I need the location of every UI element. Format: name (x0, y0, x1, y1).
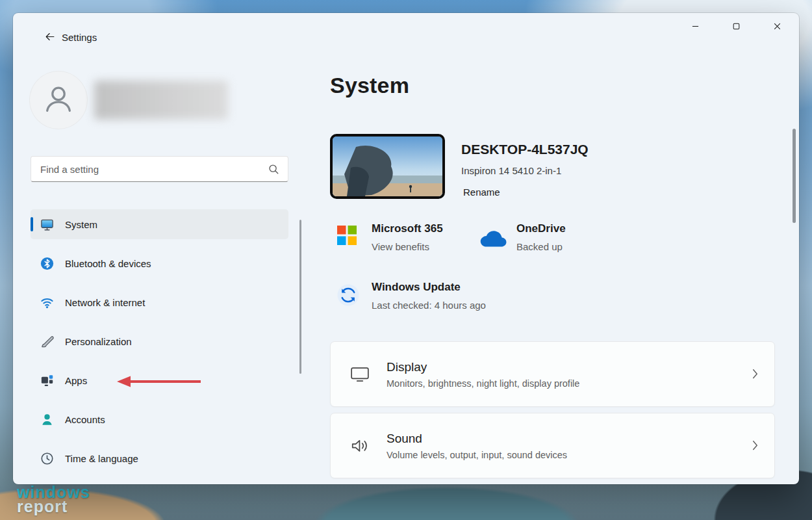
user-name-blurred (94, 81, 228, 120)
sidebar-item-label: Accounts (65, 414, 105, 425)
windows-update-subtitle: Last checked: 4 hours ago (372, 300, 486, 311)
chevron-right-icon (752, 368, 759, 380)
window-title: Settings (62, 32, 97, 43)
display-card[interactable]: Display Monitors, brightness, night ligh… (330, 341, 775, 407)
maximize-button[interactable] (716, 13, 757, 41)
microsoft-365-icon (336, 225, 357, 246)
card-title: Display (387, 360, 735, 374)
sound-card[interactable]: Sound Volume levels, output, input, soun… (330, 413, 775, 478)
sidebar-item-label: Apps (65, 375, 87, 386)
back-button[interactable] (39, 27, 60, 48)
onedrive-subtitle: Backed up (516, 241, 563, 252)
sidebar-scrollbar[interactable] (299, 220, 301, 374)
selected-indicator (31, 217, 33, 231)
page-title: System (330, 73, 409, 98)
sidebar-item-accounts[interactable]: Accounts (31, 404, 288, 434)
search-box (31, 156, 288, 182)
sidebar-item-label: Bluetooth & devices (65, 258, 151, 269)
windows-update-title[interactable]: Windows Update (372, 281, 461, 294)
back-arrow-icon (44, 31, 55, 44)
sidebar-item-label: Personalization (65, 336, 132, 347)
person-icon (42, 82, 75, 118)
display-icon (350, 366, 370, 383)
settings-window: Settings (13, 13, 799, 484)
card-subtitle: Monitors, brightness, night light, displ… (387, 378, 735, 389)
apps-icon (40, 373, 55, 388)
caption-controls (675, 13, 798, 41)
close-icon (774, 22, 781, 32)
search-input[interactable] (31, 157, 268, 181)
bluetooth-icon (40, 256, 55, 271)
microsoft-365-subtitle: View benefits (372, 241, 429, 252)
sidebar-item-label: Network & internet (65, 297, 145, 308)
windows-report-watermark: windows report (17, 485, 90, 514)
clock-icon (40, 451, 55, 466)
sidebar-nav: System Bluetooth & devices Network & int… (31, 209, 288, 473)
maximize-icon (733, 22, 740, 32)
microsoft-365-title[interactable]: Microsoft 365 (372, 222, 443, 235)
sidebar-item-label: System (65, 219, 97, 230)
onedrive-title[interactable]: OneDrive (516, 222, 566, 235)
minimize-button[interactable] (675, 13, 716, 41)
paintbrush-icon (40, 334, 55, 349)
main-scrollbar[interactable] (793, 129, 796, 223)
wifi-icon (40, 295, 55, 310)
sidebar-item-apps[interactable]: Apps (31, 365, 288, 395)
device-wallpaper-thumbnail (330, 134, 445, 199)
minimize-icon (692, 22, 699, 32)
sound-icon (350, 437, 370, 454)
sidebar-item-time-language[interactable]: Time & language (31, 443, 288, 473)
onedrive-icon (478, 229, 507, 247)
windows-update-icon (336, 283, 360, 307)
watermark-line2: report (17, 499, 90, 514)
user-avatar[interactable] (29, 71, 88, 129)
device-name: DESKTOP-4L537JQ (461, 142, 589, 157)
accounts-icon (40, 412, 55, 427)
sidebar-item-personalization[interactable]: Personalization (31, 326, 288, 356)
card-subtitle: Volume levels, output, input, sound devi… (387, 450, 735, 460)
device-model: Inspiron 14 5410 2-in-1 (461, 165, 561, 176)
beach-scene-image (333, 136, 442, 196)
close-button[interactable] (757, 13, 798, 41)
card-title: Sound (387, 432, 735, 446)
sidebar-item-network-internet[interactable]: Network & internet (31, 287, 288, 317)
search-icon (268, 163, 279, 175)
chevron-right-icon (752, 439, 759, 452)
sidebar-item-bluetooth-devices[interactable]: Bluetooth & devices (31, 248, 288, 278)
desktop-wallpaper: windows report Settings (0, 0, 812, 520)
sidebar-item-system[interactable]: System (31, 209, 288, 239)
system-icon (40, 217, 55, 232)
sidebar-item-label: Time & language (65, 453, 138, 464)
rename-button[interactable]: Rename (461, 185, 502, 200)
